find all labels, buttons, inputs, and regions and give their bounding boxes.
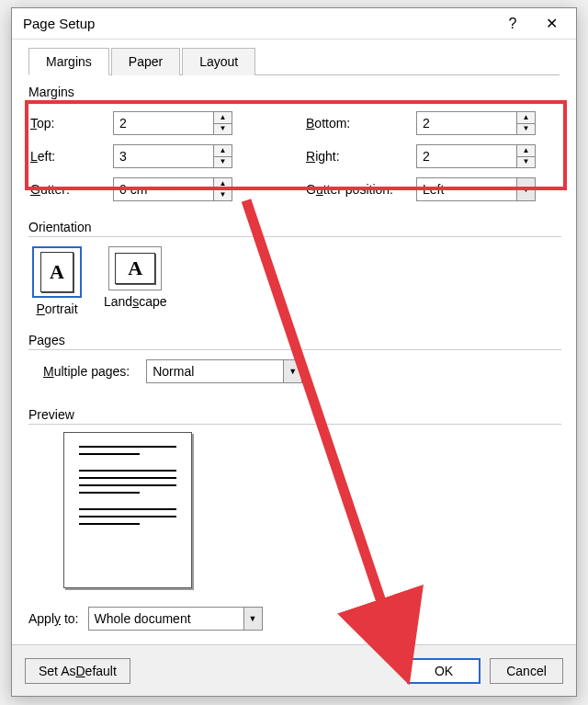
tabstrip: Margins Paper Layout [28,47,560,75]
left-spin-buttons[interactable]: ▲▼ [213,145,232,167]
tab-paper[interactable]: Paper [111,48,180,75]
spin-down-icon[interactable]: ▼ [214,190,232,201]
spin-down-icon[interactable]: ▼ [517,124,535,135]
margins-section-label: Margins [28,85,561,102]
right-input[interactable] [417,145,516,167]
chevron-down-icon[interactable]: ▼ [516,178,535,200]
spin-down-icon[interactable]: ▼ [517,157,535,168]
gutter-spin-buttons[interactable]: ▲▼ [213,178,232,200]
spin-up-icon[interactable]: ▲ [517,112,535,124]
top-spin-buttons[interactable]: ▲▼ [213,112,232,134]
landscape-label: Landscape [104,294,167,309]
bottom-label: Bottom: [306,116,416,131]
spin-up-icon[interactable]: ▲ [214,145,232,157]
left-spinner[interactable]: ▲▼ [113,144,232,168]
right-label: Right: [306,149,416,164]
preview-section-label: Preview [28,407,561,425]
right-spin-buttons[interactable]: ▲▼ [516,145,535,167]
portrait-label: Portrait [32,301,82,316]
tab-margins[interactable]: Margins [28,48,109,75]
orientation-portrait[interactable]: A Portrait [32,246,82,316]
apply-to-row: Apply to: Whole document ▼ [27,605,561,642]
titlebar[interactable]: Page Setup ? ✕ [12,8,576,40]
spin-up-icon[interactable]: ▲ [517,145,535,157]
button-bar: Set As Default OK Cancel [12,644,576,696]
top-spinner[interactable]: ▲▼ [113,111,232,135]
multiple-pages-select[interactable]: Normal ▼ [146,359,302,383]
dialog-body: Margins Paper Layout Margins Top: ▲▼ Bot… [12,40,576,696]
spin-down-icon[interactable]: ▼ [214,157,232,168]
gutter-spinner[interactable]: ▲▼ [113,177,232,201]
tab-layout[interactable]: Layout [182,48,255,75]
pages-row: Multiple pages: Normal ▼ [27,352,561,398]
chevron-down-icon[interactable]: ▼ [243,608,262,630]
apply-to-select[interactable]: Whole document ▼ [88,607,263,631]
close-button[interactable]: ✕ [532,11,571,37]
gutter-position-select[interactable]: Left ▼ [416,177,536,201]
spin-down-icon[interactable]: ▼ [214,124,232,135]
cancel-button[interactable]: Cancel [490,658,563,684]
preview-page [63,432,192,588]
ok-button[interactable]: OK [407,658,481,684]
page-icon: A [40,252,74,292]
apply-to-value: Whole document [95,611,243,626]
page-setup-dialog: Page Setup ? ✕ Margins Paper Layout Marg… [11,7,577,697]
bottom-spin-buttons[interactable]: ▲▼ [516,112,535,134]
gutter-input[interactable] [114,178,213,200]
portrait-icon: A [32,246,82,298]
orientation-row: A Portrait A Landscape [27,239,561,324]
right-spinner[interactable]: ▲▼ [416,144,536,168]
dialog-title: Page Setup [23,16,493,31]
gutter-label: Gutter: [30,182,113,197]
set-as-default-button[interactable]: Set As Default [25,658,130,684]
left-label: Left: [30,149,113,164]
apply-to-label: Apply to: [28,611,79,626]
top-label: Top: [30,116,113,131]
top-input[interactable] [114,112,213,134]
page-icon: A [115,253,155,284]
orientation-section-label: Orientation [28,220,561,237]
pages-section-label: Pages [28,333,561,350]
left-input[interactable] [114,145,213,167]
spin-up-icon[interactable]: ▲ [214,112,232,124]
orientation-landscape[interactable]: A Landscape [104,246,167,316]
gutter-position-value: Left [423,182,516,197]
bottom-spinner[interactable]: ▲▼ [416,111,536,135]
multiple-pages-value: Normal [153,364,283,379]
chevron-down-icon[interactable]: ▼ [283,360,301,382]
spin-up-icon[interactable]: ▲ [214,178,232,190]
margins-grid: Top: ▲▼ Bottom: ▲▼ Left: ▲▼ Right: ▲▼ [27,104,561,210]
help-button[interactable]: ? [493,11,532,37]
bottom-input[interactable] [417,112,516,134]
gutter-position-label: Gutter position: [306,182,416,197]
multiple-pages-label: Multiple pages: [43,364,130,379]
landscape-icon: A [108,246,162,290]
